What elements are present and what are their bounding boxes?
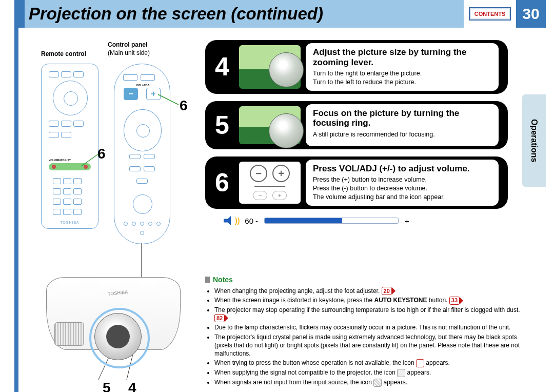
plus-small-icon: + [272,191,287,200]
minus-icon: − [250,165,267,182]
step-4: 4 Adjust the picture size by turning the… [205,40,520,94]
step-4-line2: Turn to the left to reduce the picture. [313,78,491,87]
note-8: When signals are not input from the inpu… [214,378,522,387]
plus-icon: + [272,165,290,182]
step-4-thumb [239,45,301,89]
projector-diagram: TOSHIBA 5 4 [46,267,180,375]
volume-track [264,218,399,224]
cp-voladj: VOL/ADJ. − + [122,88,163,100]
note-6: When trying to press the button whose op… [214,359,522,367]
steps-column: 4 Adjust the picture size by turning the… [205,40,520,225]
header: Projection on the screen (continued) CON… [18,0,546,28]
cp-minus-button: − [124,88,138,100]
projector-lens [94,313,142,360]
remote-control-diagram: VOLUME/ADJUST TOSHIBA [41,64,98,229]
title-bar: Projection on the screen (continued) [18,0,464,28]
volume-plus: + [405,217,409,225]
remote-brand: TOSHIBA [42,221,98,224]
page-ref-82[interactable]: 82 [214,314,225,322]
note-2: When the screen image is distorted in ke… [214,296,522,304]
remote-voladj-label: VOLUME/ADJUST [49,159,71,162]
contents-button[interactable]: CONTENTS [469,7,511,21]
step-6-number: 6 [205,160,239,206]
step-6-line1: Press the (+) button to increase volume. [313,175,491,184]
notes-section: Notes When changing the projecting angle… [205,275,522,388]
cp-plus-button: + [146,88,161,100]
cp-voladj-label: VOL/ADJ. [136,84,150,87]
volume-fill [265,218,342,223]
step-5-thumb [239,106,301,144]
page-title: Projection on the screen (continued) [29,4,323,24]
projector-callout-5: 5 [103,380,111,392]
step-6-title: Press VOL/ADJ (+/-) to adjust volume. [313,164,491,174]
step-4-title: Adjust the picture size by turning the z… [313,47,491,67]
control-panel-diagram: VOL/ADJ. − + [114,64,170,244]
control-panel-label: Control panel [108,41,147,48]
side-tab: Operations [522,28,546,392]
callout-6-panel: 6 [180,97,188,114]
note-4: Due to the lamp characteristic, flickers… [214,323,522,331]
left-accent [14,0,18,392]
control-panel-sublabel: (Main unit side) [108,49,150,56]
remote-dpad [53,81,88,115]
cp-dpad [124,109,162,151]
step-4-number: 4 [205,43,239,91]
cp-led-row [122,219,163,238]
notes-heading: Notes [205,275,522,285]
step-5-number: 5 [205,104,239,146]
page-ref-20[interactable]: 20 [382,287,392,295]
projector-vent [54,322,84,346]
page-number: 30 [516,0,546,28]
step-5-line1: A still picture is recommended for focus… [313,130,491,139]
note-7: When supplying the signal not compatible… [214,368,522,377]
minus-small-icon: − [253,191,267,200]
step-6-line2: Press the (-) button to decrease volume. [313,184,491,193]
section-tab-operations[interactable]: Operations [522,94,546,187]
volume-bar: )) 60 - + [224,216,520,225]
step-5: 5 Focus on the picture by turning the fo… [205,101,520,149]
volume-minus: - [255,217,258,225]
remote-volume-adjust: VOLUME/ADJUST [49,163,91,170]
incompatible-icon [397,369,405,377]
page: Projection on the screen (continued) CON… [0,0,554,392]
page-ref-33[interactable]: 33 [449,297,460,305]
step-6: 6 −+ −+ Press VOL/ADJ (+/-) to adjust vo… [205,156,520,209]
speaker-icon [224,216,234,225]
step-6-icons: −+ −+ [239,162,301,204]
no-signal-icon [373,379,382,387]
note-5: The projector's liquid crystal panel is … [214,333,522,358]
cp-standby-button [133,194,152,214]
section-tab-label: Operations [529,119,539,162]
projector-callout-4: 4 [128,380,136,392]
note-1: When changing the projecting angle, adju… [214,287,522,295]
callout-6-remote: 6 [97,146,106,162]
step-5-title: Focus on the picture by turning the focu… [313,108,491,128]
note-3: The projector may stop operating if the … [214,306,522,323]
volume-value: 60 [245,217,253,225]
step-6-line3: The volume adjusting bar and the icon ap… [313,193,491,202]
remote-control-label: Remote control [41,50,86,57]
step-4-line1: Turn to the right to enlarge the picture… [313,69,491,78]
controls-diagram: Remote control Control panel (Main unit … [26,41,205,380]
unavailable-icon [416,359,424,367]
